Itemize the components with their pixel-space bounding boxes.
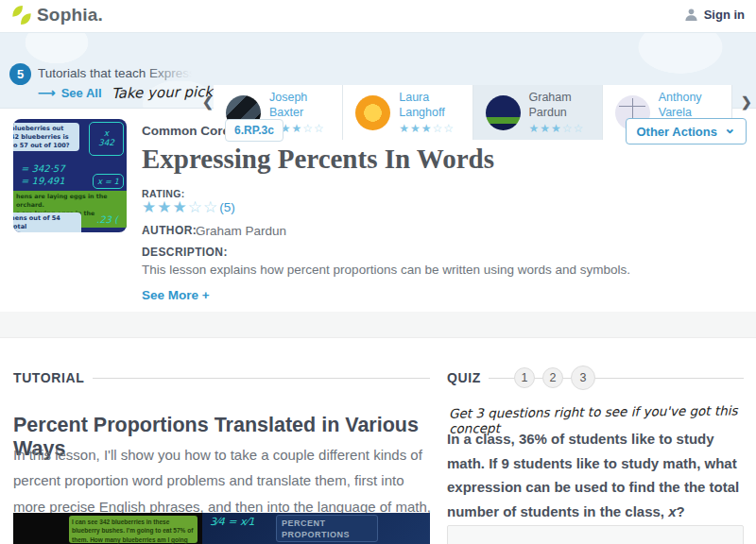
author-name: Anthony Varela <box>659 91 731 120</box>
tutorials-carousel: 5 Tutorials that teach Expressing P ⟶ Se… <box>0 32 756 109</box>
thumb-fraction: x 342 <box>89 122 124 156</box>
quiz-step-3[interactable]: 3 <box>571 366 595 390</box>
tutorial-video-player[interactable]: I can see 342 blueberries in these blueb… <box>13 513 430 544</box>
video-problem-text: I can see 342 blueberries in these blueb… <box>69 516 198 543</box>
tutorial-section-line <box>93 378 430 379</box>
carousel-next-icon[interactable]: ❯ <box>741 94 752 110</box>
description-label: DESCRIPTION: <box>142 246 228 259</box>
author-name: Graham Pardun <box>196 224 286 238</box>
thumb-scribble: = 342·57 = 19,491 <box>21 162 65 187</box>
brand-name: Sophia. <box>37 5 103 26</box>
sign-in-button[interactable]: Sign in <box>684 8 745 22</box>
sophia-leaf-icon <box>11 4 32 26</box>
tutorial-section-label: TUTORIAL <box>13 370 84 385</box>
sophia-logo[interactable]: Sophia. <box>11 4 103 26</box>
avatar <box>486 95 521 130</box>
quiz-answer-option[interactable] <box>447 525 744 544</box>
quiz-step-1[interactable]: 1 <box>514 367 535 388</box>
top-header: Sophia. Sign in <box>0 0 756 32</box>
common-core-badge[interactable]: 6.RP.3c <box>225 119 284 142</box>
tutorial-count-badge: 5 <box>9 63 31 85</box>
carousel-prev-icon[interactable]: ❮ <box>202 94 214 110</box>
thumb-problem-box-top: blueberries out 42 blueberries is to 57 … <box>13 123 79 151</box>
tutorial-thumbnail[interactable]: blueberries out 42 blueberries is to 57 … <box>13 119 127 232</box>
arrow-right-icon: ⟶ <box>38 86 56 100</box>
author-name: Graham Pardun <box>529 91 584 120</box>
quiz-step-2[interactable]: 2 <box>542 367 563 388</box>
see-more-link[interactable]: See More + <box>142 288 210 302</box>
quiz-section-label: QUIZ <box>447 370 481 385</box>
author-card-laura-langhoff[interactable]: Laura Langhoff ★★★☆☆ <box>343 85 472 140</box>
video-math-scribble: 3⁄4 = x⁄1 <box>210 516 254 528</box>
author-label: AUTHOR: <box>142 224 197 237</box>
star-rating: ★★★☆☆ <box>399 123 472 134</box>
thumb-x-box: x = 1 <box>93 174 124 189</box>
quiz-progress-steps: 1 2 3 <box>514 366 595 390</box>
sign-in-label: Sign in <box>704 8 745 22</box>
author-card-graham-pardun[interactable]: Graham Pardun ★★★☆☆ <box>473 85 603 140</box>
avatar <box>355 95 390 130</box>
chevron-down-icon: ⌄ <box>724 120 736 137</box>
question-variable: x <box>668 503 676 519</box>
author-name: Joseph Baxter <box>269 91 342 120</box>
quiz-question: In a class, 36% of students like to stud… <box>447 427 745 523</box>
star-rating: ★★★☆☆ <box>529 123 585 134</box>
common-core-label: Common Core: <box>142 124 234 138</box>
author-name: Laura Langhoff <box>399 91 472 120</box>
see-all-link[interactable]: ⟶ See All <box>38 86 102 100</box>
thumb-problem-box-bottom: hens out of 54 total ivalent to 23 out o… <box>13 212 81 232</box>
rating-count-link[interactable]: (5) <box>219 200 235 214</box>
section-divider <box>0 312 756 338</box>
video-title-card: PERCENT PROPORTIONS <box>276 515 378 542</box>
page-title: Expressing Percents In Words <box>142 144 494 175</box>
carousel-title: Tutorials that teach Expressing P <box>38 64 200 81</box>
other-actions-button[interactable]: Other Actions ⌄ <box>626 118 747 144</box>
person-icon <box>684 8 698 22</box>
page: Sophia. Sign in 5 Tutorials that teach E… <box>0 0 756 544</box>
description-text: This lesson explains how percent proport… <box>142 261 671 280</box>
thumb-scribble-bottom: .23 ( <box>96 214 118 225</box>
rating-stars: ★★★☆☆ (5) <box>142 199 235 215</box>
